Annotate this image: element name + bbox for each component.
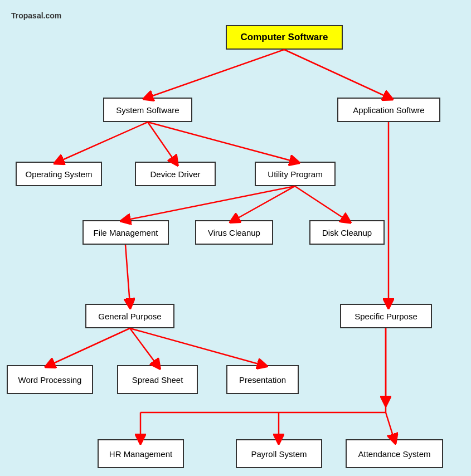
node-disk-cleanup: Disk Cleanup <box>309 220 385 245</box>
watermark: Tropasal.com <box>11 11 61 20</box>
svg-line-7 <box>234 186 295 220</box>
svg-line-3 <box>59 122 148 162</box>
node-computer-software: Computer Software <box>226 25 343 50</box>
svg-line-2 <box>284 50 389 98</box>
node-virus-cleanup: Virus Cleanup <box>195 220 273 245</box>
svg-line-10 <box>125 245 130 304</box>
node-device-driver: Device Driver <box>135 162 216 186</box>
svg-line-8 <box>295 186 347 220</box>
svg-line-13 <box>130 328 263 365</box>
svg-line-5 <box>148 122 295 162</box>
node-application-software: Application Softwre <box>337 98 440 122</box>
node-system-software: System Software <box>103 98 192 122</box>
node-payroll-system: Payroll System <box>236 439 322 468</box>
svg-line-12 <box>130 328 157 365</box>
node-utility-program: Utility Program <box>255 162 336 186</box>
node-hr-management: HR Management <box>98 439 184 468</box>
node-word-processing: Word Processing <box>7 365 93 394</box>
node-spread-sheet: Spread Sheet <box>117 365 198 394</box>
svg-line-4 <box>148 122 175 162</box>
svg-line-19 <box>386 412 394 439</box>
svg-line-1 <box>148 50 284 98</box>
svg-line-11 <box>50 328 130 365</box>
node-presentation: Presentation <box>226 365 299 394</box>
node-operating-system: Operating System <box>16 162 102 186</box>
node-general-purpose: General Purpose <box>85 304 174 328</box>
svg-line-6 <box>125 186 295 220</box>
node-attendance-system: Attendance System <box>346 439 443 468</box>
node-file-management: File Management <box>82 220 169 245</box>
node-specific-purpose: Specific Purpose <box>340 304 432 328</box>
